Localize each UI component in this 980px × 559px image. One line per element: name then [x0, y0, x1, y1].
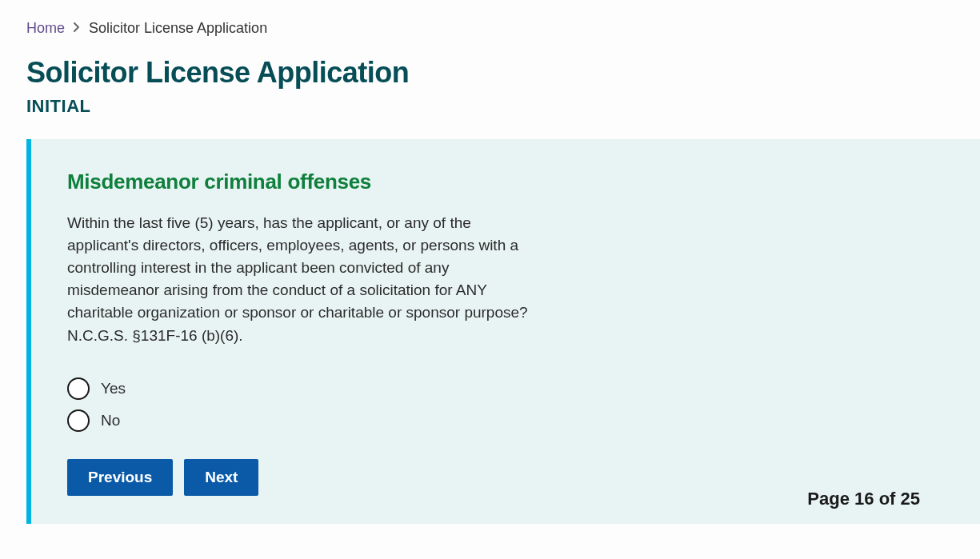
radio-label-yes: Yes [101, 380, 126, 397]
chevron-right-icon [73, 22, 81, 35]
radio-label-no: No [101, 412, 120, 429]
radio-circle-icon [67, 377, 90, 400]
next-button[interactable]: Next [184, 459, 258, 496]
page-indicator: Page 16 of 25 [807, 489, 920, 509]
previous-button[interactable]: Previous [67, 459, 173, 496]
section-title: Misdemeanor criminal offenses [67, 170, 944, 194]
radio-group: Yes No [67, 377, 944, 432]
breadcrumb-current: Solicitor License Application [89, 20, 267, 37]
breadcrumb: Home Solicitor License Application [26, 20, 980, 37]
radio-option-no[interactable]: No [67, 409, 944, 432]
breadcrumb-home-link[interactable]: Home [26, 20, 65, 37]
page-title: Solicitor License Application [26, 56, 980, 90]
question-text: Within the last five (5) years, has the … [67, 212, 539, 347]
radio-circle-icon [67, 409, 90, 432]
page-subtitle: INITIAL [26, 96, 980, 117]
form-panel: Misdemeanor criminal offenses Within the… [26, 139, 980, 524]
radio-option-yes[interactable]: Yes [67, 377, 944, 400]
